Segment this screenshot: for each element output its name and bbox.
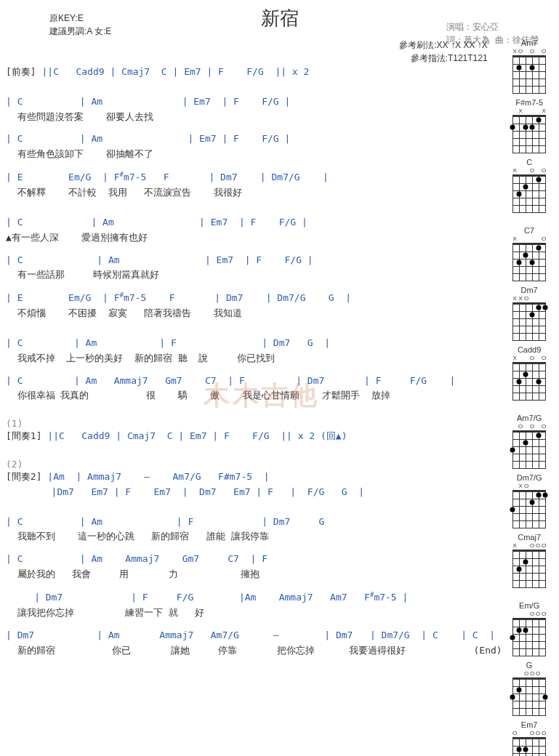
chord-line: | C | Am | Em7 | F F/G | xyxy=(6,132,502,147)
lyric-line: 有些角色該卸下 卻抽離不了 xyxy=(6,147,502,162)
chord-diagram-name: C7 xyxy=(510,226,550,235)
composer-name: 徐佳瑩 xyxy=(512,35,539,45)
chord-line: | C | Am Ammaj7 Gm7 C7 | F xyxy=(6,552,502,567)
original-key: 原KEY:E xyxy=(49,12,111,25)
lyric-line: 不煩惱 不困擾 寂寞 陪著我禱告 我知道 xyxy=(6,306,502,321)
chord-diagram: C7X O xyxy=(510,226,550,281)
interlude2-label: [間奏2] xyxy=(6,471,41,482)
chord-diagram: Cadd9X O O xyxy=(510,345,550,401)
chord-diagrams: Am7XO O OF#m7-5 X XCX O O C7X ODm7XXO Ca… xyxy=(510,39,553,756)
lyric-line: 我戒不掉 上一秒的美好 新的歸宿 聽 說 你已找到 xyxy=(6,351,502,366)
chord-lyric-line: | C | Am | Em7 | F F/G |▲有一些人深 愛過別擁有也好 xyxy=(6,215,502,246)
chord-lyric-line: | C | Am | Em7 | F F/G | 有些問題沒答案 卻要人去找 xyxy=(6,94,502,125)
verse-2: | C | Am | Em7 | F F/G |▲有一些人深 愛過別擁有也好| … xyxy=(6,215,502,321)
chord-lyric-line: | Dm7 | Am Ammaj7 Am7/G — | Dm7 | Dm7/G … xyxy=(6,628,502,659)
singer-label: 演唱： xyxy=(446,22,472,32)
chord-diagram: Am7/G O O O xyxy=(510,414,550,469)
suggested-key: 建議男調:A 女:E xyxy=(49,25,111,38)
chord-lyric-line: | Dm7 | F F/G |Am Ammaj7 Am7 F#m7-5 | 讓我… xyxy=(6,590,502,621)
chord-lyric-line: | C | Am | Em7 | F F/G | 有些角色該卸下 卻抽離不了 xyxy=(6,132,502,162)
lyric-line: 屬於我的 我會 用 力 擁抱 xyxy=(6,567,502,582)
chord-diagram: Am7XO O O xyxy=(510,39,550,94)
chord-lyric-line: | E Em/G | F#m7-5 F | Dm7 | Dm7/G | 不解釋 … xyxy=(6,169,502,201)
verse-1: | C | Am | Em7 | F F/G | 有些問題沒答案 卻要人去找| … xyxy=(6,94,502,201)
interlude-1: [間奏1] ||C Cadd9 | Cmaj7 C | Em7 | F F/G … xyxy=(6,429,502,444)
diagram-row: C7X ODm7XXO Cadd9X O O xyxy=(510,226,553,401)
chord-line: | Dm7 | F F/G |Am Ammaj7 Am7 F#m7-5 | xyxy=(6,590,502,606)
playing-patterns: 參考刷法:XX ↑X XX ↑X 參考指法:T121T121 xyxy=(6,39,488,65)
chord-lyric-line: | E Em/G | F#m7-5 F | Dm7 | Dm7/G G | 不煩… xyxy=(6,290,502,321)
header: 原KEY:E 建議男調:A 女:E 新宿 演唱：安心亞 詞：葛大為 曲：徐佳瑩 xyxy=(6,6,553,31)
chord-line: | C | Am | Em7 | F F/G | xyxy=(6,215,502,230)
chord-line: | C | Am | F | Dm7 G | xyxy=(6,336,502,351)
interlude1-chords: ||C Cadd9 | Cmaj7 C | Em7 | F F/G || x 2… xyxy=(41,430,347,441)
lyric-line: ▲有一些人深 愛過別擁有也好 xyxy=(6,230,502,246)
chord-line: | C | Am Ammaj7 Gm7 C7 | F | Dm7 | F F/G… xyxy=(6,374,502,389)
chord-diagram-name: Cmaj7 xyxy=(510,533,550,542)
chord-sheet: 參考刷法:XX ↑X XX ↑X 參考指法:T121T121 [前奏] ||C … xyxy=(6,39,510,665)
chord-diagram: CX O O xyxy=(510,158,550,213)
chord-line: | Dm7 | Am Ammaj7 Am7/G — | Dm7 | Dm7/G … xyxy=(6,628,502,643)
singer-name: 安心亞 xyxy=(472,22,499,32)
chord-diagram-name: G xyxy=(510,661,550,669)
intro-chords: ||C Cadd9 | Cmaj7 C | Em7 | F F/G || x 2 xyxy=(36,66,310,77)
chord-diagram-name: Cadd9 xyxy=(510,345,550,354)
lyric-line: 不解釋 不計較 我用 不流淚宣告 我很好 xyxy=(6,185,502,201)
interlude2-chords-2: |Dm7 Em7 | F Em7 | Dm7 Em7 | F | F/G G | xyxy=(6,485,502,500)
intro-section: [前奏] ||C Cadd9 | Cmaj7 C | Em7 | F F/G |… xyxy=(6,65,502,80)
chord-diagram-name: Dm7/G xyxy=(510,473,550,482)
chord-diagram-name: Em7 xyxy=(510,720,550,729)
verse-3: | C | Am | F | Dm7 G 我聽不到 這一秒的心跳 新的歸宿 誰能… xyxy=(6,515,502,659)
chord-diagram-name: Em/G xyxy=(510,601,550,610)
chord-diagram: Em/G OOO xyxy=(510,601,550,656)
chord-line: | C | Am | Em7 | F F/G | xyxy=(6,94,502,110)
finger-label: 參考指法: xyxy=(411,53,448,63)
chord-diagram-name: C xyxy=(510,158,550,166)
diagram-row: Em/G OOOG OOO Em7O OOO xyxy=(510,601,553,756)
chord-lyric-line: | C | Am | F | Dm7 G 我聽不到 這一秒的心跳 新的歸宿 誰能… xyxy=(6,515,502,545)
diagram-row: Am7/G O O ODm7/G XO Cmaj7X OOO xyxy=(510,414,553,588)
chord-diagram: G OOO xyxy=(510,661,550,716)
chord-diagram: F#m7-5 X X xyxy=(510,98,550,153)
credits: 演唱：安心亞 詞：葛大為 曲：徐佳瑩 xyxy=(446,20,539,47)
chord-lyric-line: | C | Am Ammaj7 Gm7 C7 | F | Dm7 | F F/G… xyxy=(6,374,502,404)
chord-diagram: Dm7XXO xyxy=(510,286,550,341)
chord-lyric-line: | C | Am Ammaj7 Gm7 C7 | F 屬於我的 我會 用 力 擁… xyxy=(6,552,502,582)
marker-1: (1) xyxy=(6,418,502,429)
lyric-line: 你很幸福 我真的 很 驕 傲 我是心甘情願 才鬆開手 放掉 xyxy=(6,388,502,403)
lyric-line: 有一些話那 時候別當真就好 xyxy=(6,268,502,283)
chord-diagram: Dm7/G XO xyxy=(510,473,550,528)
chord-lyric-line: | C | Am | Em7 | F F/G | 有一些話那 時候別當真就好 xyxy=(6,253,502,284)
marker-2: (2) xyxy=(6,459,502,470)
intro-label: [前奏] xyxy=(6,66,36,77)
lyric-line: 有些問題沒答案 卻要人去找 xyxy=(6,110,502,125)
chord-line: | C | Am | Em7 | F F/G | xyxy=(6,253,502,268)
strum-label: 參考刷法: xyxy=(399,40,436,50)
diagram-row: Am7XO O OF#m7-5 X XCX O O xyxy=(510,39,553,213)
chord-line: | C | Am | F | Dm7 G xyxy=(6,515,502,530)
lyric-line: 我聽不到 這一秒的心跳 新的歸宿 誰能 讓我停靠 xyxy=(6,529,502,544)
interlude-2: [間奏2] |Am | Ammaj7 — Am7/G F#m7-5 | |Dm7… xyxy=(6,470,502,500)
lyric-line: 讓我把你忘掉 練習一下 就 好 xyxy=(6,606,502,621)
composer-label: 曲： xyxy=(495,35,512,45)
chord-diagram: Em7O OOO xyxy=(510,720,550,756)
interlude2-chords-1: |Am | Ammaj7 — Am7/G F#m7-5 | xyxy=(41,471,269,482)
chord-line: | E Em/G | F#m7-5 F | Dm7 | Dm7/G G | xyxy=(6,290,502,306)
finger-pattern: T121T121 xyxy=(448,53,488,63)
lyricist-label: 詞： xyxy=(446,35,464,45)
chord-diagram: Cmaj7X OOO xyxy=(510,533,550,588)
chord-lyric-line: | C | Am | F | Dm7 G | 我戒不掉 上一秒的美好 新的歸宿 … xyxy=(6,336,502,366)
lyric-line: 新的歸宿 你已 讓她 停靠 把你忘掉 我要過得很好 (End) xyxy=(6,643,502,659)
interlude1-label: [間奏1] xyxy=(6,430,41,441)
lyricist-name: 葛大為 xyxy=(464,35,490,45)
chord-diagram-name: F#m7-5 xyxy=(510,98,550,107)
chord-diagram-name: Am7/G xyxy=(510,414,550,422)
chord-diagram-name: Dm7 xyxy=(510,286,550,294)
chorus-1: | C | Am | F | Dm7 G | 我戒不掉 上一秒的美好 新的歸宿 … xyxy=(6,336,502,403)
key-info: 原KEY:E 建議男調:A 女:E xyxy=(49,12,111,38)
chord-line: | E Em/G | F#m7-5 F | Dm7 | Dm7/G | xyxy=(6,169,502,185)
